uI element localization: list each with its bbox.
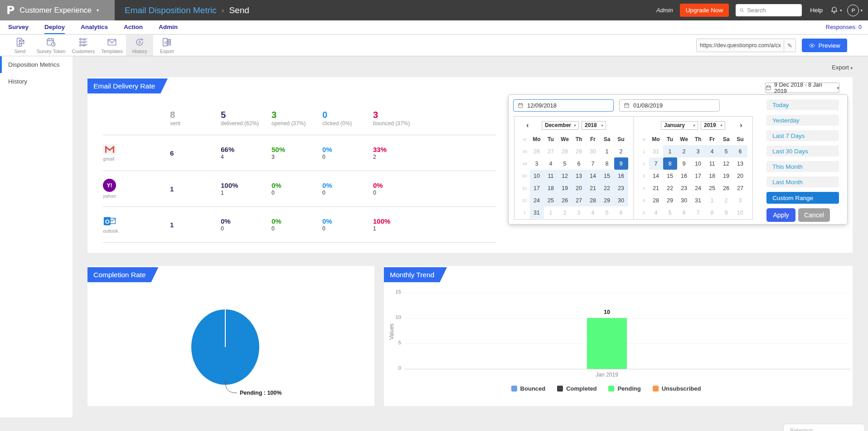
calendar-day[interactable]: 20 — [733, 170, 747, 182]
notifications-button[interactable]: ▾ — [830, 6, 842, 15]
toolbar-item-templates[interactable]: Templates — [98, 35, 126, 56]
nav-tab-deploy[interactable]: Deploy — [44, 20, 65, 34]
calendar-day[interactable]: 30 — [586, 145, 600, 157]
calendar-day[interactable]: 4 — [649, 206, 663, 219]
toolbar-item-customers[interactable]: Customers — [68, 35, 98, 56]
calendar-day[interactable]: 16 — [677, 170, 691, 182]
calendar-day[interactable]: 13 — [733, 157, 747, 170]
calendar-day[interactable]: 8 — [600, 157, 614, 170]
calendar-day[interactable]: 6 — [572, 157, 586, 170]
legend-item-bounced[interactable]: Bounced — [511, 385, 546, 392]
calendar-day[interactable]: 5 — [600, 206, 614, 219]
calendar-day[interactable]: 1 — [705, 194, 719, 206]
calendar-day[interactable]: 24 — [530, 194, 544, 206]
calendar-day[interactable]: 11 — [705, 157, 719, 170]
search-box[interactable] — [736, 4, 802, 16]
calendar-day[interactable]: 15 — [600, 170, 614, 182]
workspace-switcher[interactable]: P Customer Experience ▾ — [0, 0, 115, 20]
admin-label[interactable]: Admin — [656, 7, 673, 14]
calendar-day[interactable]: 31 — [649, 145, 663, 157]
calendar-day[interactable]: 30 — [614, 194, 628, 206]
calendar-day[interactable]: 9 — [677, 157, 691, 170]
calendar-day[interactable]: 21 — [586, 182, 600, 194]
calendar-day[interactable]: 9 — [614, 157, 628, 170]
calendar-day[interactable]: 10 — [530, 170, 544, 182]
calendar-day[interactable]: 24 — [691, 182, 705, 194]
calendar-day[interactable]: 28 — [558, 145, 572, 157]
calendar-day[interactable]: 27 — [544, 145, 558, 157]
calendar-day[interactable]: 1 — [600, 145, 614, 157]
calendar-day[interactable]: 8 — [705, 206, 719, 219]
start-date-input[interactable] — [527, 102, 609, 109]
nav-tab-admin[interactable]: Admin — [159, 20, 178, 34]
calendar-day[interactable]: 6 — [733, 145, 747, 157]
calendar-day[interactable]: 14 — [586, 170, 600, 182]
cancel-button[interactable]: Cancel — [798, 208, 830, 222]
calendar-day[interactable]: 6 — [614, 206, 628, 219]
bar-pending[interactable] — [587, 318, 627, 369]
preset-last-7-days[interactable]: Last 7 Days — [766, 130, 839, 141]
calendar-day[interactable]: 10 — [691, 157, 705, 170]
edit-url-pencil-icon[interactable]: ✎ — [784, 39, 795, 52]
calendar-day[interactable]: 27 — [733, 182, 747, 194]
preset-today[interactable]: Today — [766, 99, 839, 110]
search-input[interactable] — [747, 7, 799, 14]
preview-button[interactable]: Preview — [802, 39, 847, 52]
calendar-day[interactable]: 3 — [530, 157, 544, 170]
calendar-day[interactable]: 9 — [719, 206, 733, 219]
end-date-input[interactable] — [633, 102, 715, 109]
calendar-day[interactable]: 5 — [719, 145, 733, 157]
calendar-day[interactable]: 1 — [544, 206, 558, 219]
calendar-day[interactable]: 16 — [614, 170, 628, 182]
year-select[interactable]: 2018▼ — [582, 121, 606, 130]
sidebar-item-history[interactable]: History — [0, 73, 73, 90]
survey-url-field[interactable]: ✎ — [696, 39, 796, 52]
legend-item-completed[interactable]: Completed — [557, 385, 596, 392]
calendar-day[interactable]: 26 — [558, 194, 572, 206]
calendar-day[interactable]: 21 — [649, 182, 663, 194]
calendar-day[interactable]: 2 — [677, 145, 691, 157]
calendar-day[interactable]: 15 — [663, 170, 677, 182]
prev-month-button[interactable]: ‹ — [524, 121, 532, 129]
next-month-button[interactable]: › — [737, 121, 745, 129]
calendar-day[interactable]: 8 — [663, 157, 677, 170]
nav-tab-action[interactable]: Action — [124, 20, 143, 34]
calendar-day[interactable]: 25 — [544, 194, 558, 206]
calendar-day[interactable]: 4 — [544, 157, 558, 170]
breadcrumb-parent[interactable]: Email Disposition Metric — [125, 5, 217, 15]
calendar-day[interactable]: 7 — [691, 206, 705, 219]
toolbar-item-survey-token[interactable]: Survey Token — [34, 35, 68, 56]
calendar-day[interactable]: 31 — [691, 194, 705, 206]
legend-item-unsubscribed[interactable]: Unsubscribed — [653, 385, 701, 392]
calendar-day[interactable]: 13 — [572, 170, 586, 182]
calendar-day[interactable]: 3 — [691, 145, 705, 157]
calendar-day[interactable]: 25 — [705, 182, 719, 194]
calendar-day[interactable]: 23 — [677, 182, 691, 194]
toolbar-item-export[interactable]: XExport — [153, 35, 180, 56]
help-link[interactable]: Help — [810, 7, 823, 14]
calendar-day[interactable]: 10 — [733, 206, 747, 219]
nav-tab-survey[interactable]: Survey — [8, 20, 29, 34]
date-range-trigger[interactable]: 9 Dec 2018 - 8 Jan 2019 ▾ — [765, 83, 839, 93]
calendar-day[interactable]: 19 — [719, 170, 733, 182]
calendar-day[interactable]: 12 — [719, 157, 733, 170]
year-select[interactable]: 2019▼ — [701, 121, 725, 130]
bottom-cutoff-overlay[interactable]: Retention — [783, 424, 865, 431]
calendar-day[interactable]: 17 — [530, 182, 544, 194]
calendar-day[interactable]: 6 — [677, 206, 691, 219]
month-select[interactable]: January▼ — [661, 121, 698, 130]
preset-last-month[interactable]: Last Month — [766, 176, 839, 187]
calendar-day[interactable]: 11 — [544, 170, 558, 182]
preset-this-month[interactable]: This Month — [766, 161, 839, 172]
calendar-day[interactable]: 28 — [586, 194, 600, 206]
calendar-day[interactable]: 22 — [663, 182, 677, 194]
calendar-day[interactable]: 28 — [649, 194, 663, 206]
calendar-day[interactable]: 18 — [544, 182, 558, 194]
calendar-day[interactable]: 31 — [530, 206, 544, 219]
calendar-day[interactable]: 7 — [586, 157, 600, 170]
calendar-day[interactable]: 22 — [600, 182, 614, 194]
calendar-day[interactable]: 5 — [663, 206, 677, 219]
calendar-day[interactable]: 4 — [586, 206, 600, 219]
calendar-day[interactable]: 4 — [705, 145, 719, 157]
calendar-day[interactable]: 29 — [600, 194, 614, 206]
